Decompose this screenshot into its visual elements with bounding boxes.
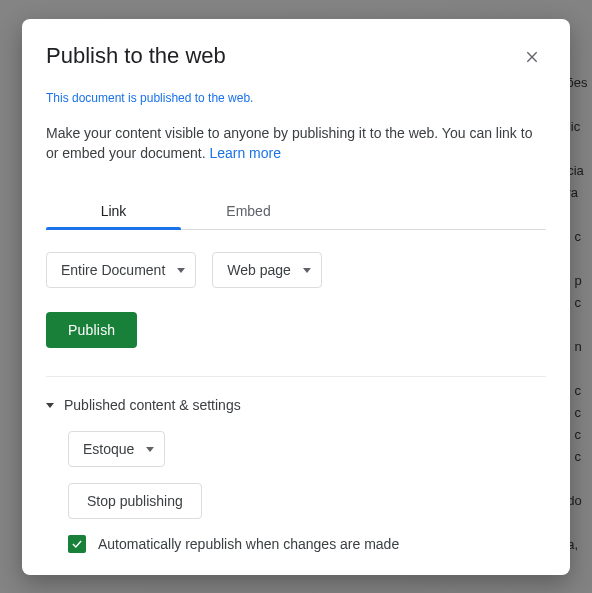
auto-republish-label: Automatically republish when changes are…: [98, 536, 399, 552]
settings-section-title: Published content & settings: [64, 397, 241, 413]
settings-section-toggle[interactable]: Published content & settings: [46, 397, 546, 413]
divider: [46, 376, 546, 377]
tab-embed[interactable]: Embed: [181, 193, 316, 229]
publish-dialog: Publish to the web This document is publ…: [22, 19, 570, 575]
format-dropdown[interactable]: Web page: [212, 252, 322, 288]
scope-dropdown-label: Entire Document: [61, 262, 165, 278]
dialog-title: Publish to the web: [46, 43, 226, 69]
checkmark-icon: [70, 537, 84, 551]
scope-dropdown[interactable]: Entire Document: [46, 252, 196, 288]
stop-publishing-button[interactable]: Stop publishing: [68, 483, 202, 519]
learn-more-link[interactable]: Learn more: [209, 145, 281, 161]
caret-down-icon: [303, 268, 311, 273]
caret-down-icon: [46, 403, 54, 408]
caret-down-icon: [146, 447, 154, 452]
publish-button[interactable]: Publish: [46, 312, 137, 348]
close-icon: [524, 49, 540, 65]
close-button[interactable]: [518, 43, 546, 71]
tab-bar: Link Embed: [46, 193, 546, 230]
description-text: Make your content visible to anyone by p…: [46, 125, 532, 161]
format-dropdown-label: Web page: [227, 262, 291, 278]
tab-link[interactable]: Link: [46, 193, 181, 229]
sheet-dropdown-label: Estoque: [83, 441, 134, 457]
auto-republish-checkbox[interactable]: [68, 535, 86, 553]
sheet-dropdown[interactable]: Estoque: [68, 431, 165, 467]
publish-status: This document is published to the web.: [46, 91, 546, 105]
caret-down-icon: [177, 268, 185, 273]
dialog-description: Make your content visible to anyone by p…: [46, 123, 546, 163]
